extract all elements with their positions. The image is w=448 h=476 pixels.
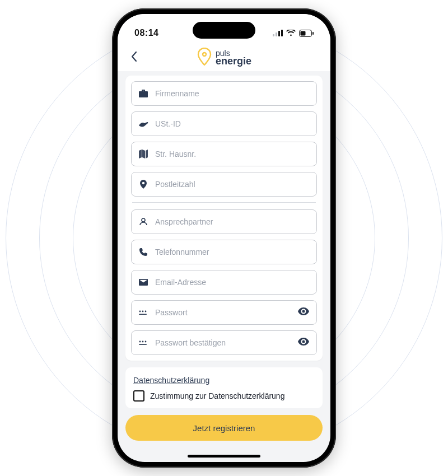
phone-input[interactable]: [155, 248, 310, 256]
svg-point-11: [142, 311, 144, 312]
contact-field-row: [131, 209, 317, 234]
svg-point-8: [203, 53, 206, 55]
consent-row: Zustimmung zur Datenschutzerklärung: [133, 390, 315, 402]
form-card: [125, 76, 323, 361]
svg-rect-13: [139, 314, 147, 315]
status-time: 08:14: [134, 28, 158, 38]
password-visibility-toggle[interactable]: [297, 306, 310, 319]
zip-input[interactable]: [155, 180, 310, 189]
map-icon: [138, 149, 148, 159]
register-button[interactable]: Jetzt registrieren: [125, 415, 323, 441]
eye-icon: [298, 307, 309, 318]
hand-icon: [138, 119, 148, 129]
svg-rect-2: [278, 31, 280, 36]
wifi-icon: [286, 30, 296, 36]
email-field-row: [131, 270, 317, 295]
privacy-policy-link[interactable]: Datenschutzerklärung: [133, 376, 209, 385]
status-icons: [273, 30, 314, 37]
phone-screen: 08:14: [118, 14, 330, 462]
svg-rect-1: [276, 32, 277, 36]
password-confirm-visibility-toggle[interactable]: [297, 337, 310, 349]
svg-rect-0: [273, 34, 274, 36]
svg-point-15: [142, 341, 144, 343]
chevron-left-icon: [130, 51, 137, 64]
privacy-box: Datenschutzerklärung Zustimmung zur Date…: [125, 367, 323, 408]
mail-icon: [138, 277, 148, 287]
pin-icon: [138, 179, 148, 189]
form-divider: [132, 202, 316, 203]
company-field-row: [131, 81, 317, 106]
svg-point-9: [142, 218, 145, 222]
dynamic-island: [193, 22, 255, 39]
consent-label: Zustimmung zur Datenschutzerklärung: [150, 391, 284, 400]
street-field-row: [131, 142, 317, 166]
company-input[interactable]: [155, 89, 310, 98]
vat-field-row: [131, 111, 317, 136]
password-field-row: [131, 300, 317, 325]
svg-rect-6: [312, 32, 314, 35]
consent-checkbox[interactable]: [133, 390, 144, 402]
signal-icon: [273, 30, 283, 36]
svg-point-12: [145, 311, 147, 312]
phone-icon: [138, 247, 148, 257]
back-button[interactable]: [124, 48, 143, 67]
password-confirm-input[interactable]: [155, 338, 291, 347]
logo-pin-icon: [197, 48, 212, 68]
svg-rect-5: [301, 31, 306, 35]
svg-point-10: [139, 311, 141, 312]
app-logo: puls energie: [197, 48, 251, 68]
form-scroll-area: Datenschutzerklärung Zustimmung zur Date…: [118, 71, 330, 462]
svg-rect-17: [139, 344, 147, 346]
vat-input[interactable]: [155, 119, 310, 128]
zip-field-row: [131, 172, 317, 197]
person-icon: [138, 217, 148, 227]
phone-field-row: [131, 240, 317, 264]
password-dots-icon: [138, 307, 148, 318]
password-confirm-field-row: [131, 330, 317, 355]
contact-input[interactable]: [155, 217, 310, 226]
street-input[interactable]: [155, 150, 310, 158]
password-dots-icon: [138, 338, 148, 348]
app-header: puls energie: [118, 44, 330, 71]
phone-frame: 08:14: [112, 8, 336, 468]
password-input[interactable]: [155, 308, 291, 317]
svg-point-14: [139, 341, 141, 343]
battery-icon: [299, 30, 314, 37]
email-input[interactable]: [155, 278, 310, 287]
svg-rect-3: [281, 30, 283, 36]
eye-icon: [298, 338, 309, 348]
svg-point-16: [145, 341, 147, 343]
briefcase-icon: [138, 88, 148, 99]
home-indicator: [188, 455, 260, 458]
logo-word-2: energie: [216, 57, 251, 66]
